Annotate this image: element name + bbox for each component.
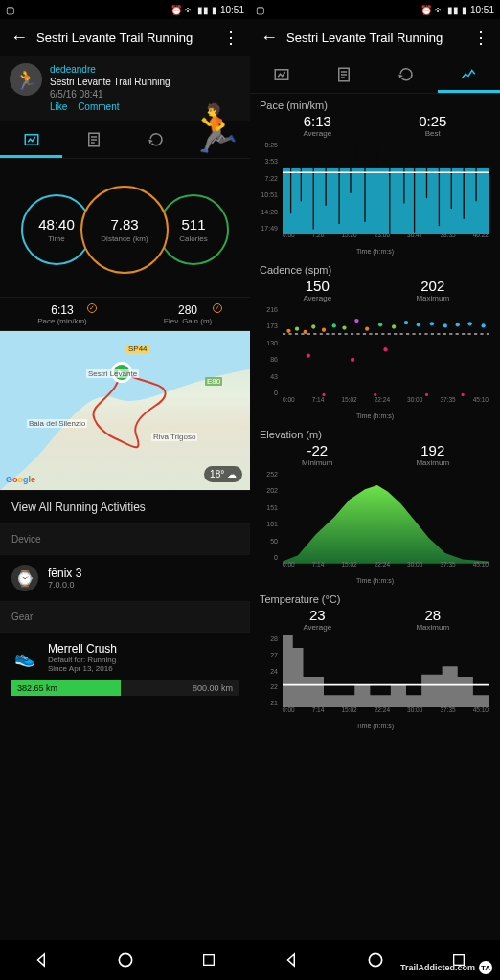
watch-icon: ⌚: [11, 565, 38, 591]
tab-splits[interactable]: [312, 56, 375, 93]
chart-cadence: Cadence (spm) 150Average 202Maximum 2161…: [250, 258, 500, 423]
gear-row[interactable]: 👟 Merrell Crush Default for: Running Sin…: [0, 632, 250, 705]
device-version: 7.0.0.0: [48, 580, 81, 590]
svg-rect-3: [203, 955, 214, 966]
view-all-activities[interactable]: View All Running Activities: [0, 490, 250, 523]
ring-time-value: 48:40: [38, 216, 75, 233]
gear-section-label: Gear: [0, 601, 250, 632]
post-activity-title: Sestri Levante Trail Running: [50, 76, 170, 88]
weather-badge: 18° ☁: [204, 466, 242, 482]
post-date: 6/5/16 08:41: [50, 88, 170, 100]
tab-charts[interactable]: [188, 121, 250, 158]
pace-chart-canvas[interactable]: 0:253:537:2210:5114:2017:49 0:007:2615:2…: [260, 142, 490, 245]
stats-row: 6:13 Pace (min/km) ✓ 280 Elev. Gain (m) …: [0, 297, 250, 331]
svg-point-40: [443, 323, 447, 327]
google-logo: Google: [6, 475, 35, 484]
map-label: Baia del Silenzio: [27, 419, 87, 428]
map-road-label: SP44: [126, 345, 149, 353]
cadence-xticks: 0:007:1415:0222:2430:0037:3545:10: [283, 396, 489, 410]
elevation-yticks: 252202151101500: [260, 471, 281, 561]
back-button[interactable]: ←: [8, 28, 31, 48]
temperature-chart-canvas[interactable]: 2827242221 0:007:1415:0222:2430:0037:354…: [260, 635, 490, 720]
battery-icon: ▮: [462, 5, 467, 15]
svg-point-34: [365, 327, 369, 331]
svg-point-36: [392, 324, 396, 328]
tab-laps[interactable]: [375, 56, 438, 93]
elevation-xticks: 0:007:1415:0222:2430:0037:3545:10: [283, 561, 489, 574]
page-title: Sestri Levante Trail Running: [31, 31, 219, 45]
tab-splits[interactable]: [62, 121, 125, 158]
nav-home[interactable]: [365, 949, 386, 970]
nav-back[interactable]: [282, 949, 303, 970]
cadence-plot: [283, 306, 489, 399]
ring-distance[interactable]: 7.83 Distance (km): [80, 186, 169, 274]
charts-scroll[interactable]: Pace (min/km) 6:13Average 0:25Best 0:253…: [250, 94, 500, 940]
pace-plot: [283, 142, 489, 234]
back-button[interactable]: ←: [258, 28, 281, 48]
cadence-chart-canvas[interactable]: 21617313086430 0:007:1415:0222:2430:0: [260, 306, 490, 410]
tab-overview[interactable]: [0, 121, 62, 158]
chart-elevation: Elevation (m) -22Minimum 192Maximum 2522…: [250, 423, 500, 588]
elevation-chart-canvas[interactable]: 252202151101500 0:007:1415:0222:2430:003…: [260, 471, 490, 574]
like-link[interactable]: Like: [50, 101, 67, 112]
elevation-plot: [283, 471, 489, 564]
gear-current-km: 382.65 km: [17, 680, 57, 696]
temperature-yticks: 2827242221: [260, 635, 281, 706]
stat-pace[interactable]: 6:13 Pace (min/km) ✓: [0, 298, 125, 330]
stat-elev[interactable]: 280 Elev. Gain (m) ✓: [125, 298, 250, 330]
ring-calories-label: Calories: [179, 234, 207, 243]
tab-charts[interactable]: [438, 56, 500, 93]
shoe-icon: 👟: [11, 644, 38, 671]
temperature-xticks: 0:007:1415:0222:2430:0037:3545:10: [283, 706, 489, 720]
svg-point-31: [332, 323, 336, 327]
svg-point-39: [430, 322, 434, 325]
screenshot-icon: ▢: [256, 5, 264, 15]
ring-calories-value: 511: [181, 216, 205, 233]
overflow-menu[interactable]: ⋮: [219, 27, 242, 48]
badge-icon: ✓: [87, 303, 97, 313]
title-bar: ← Sestri Levante Trail Running ⋮: [250, 19, 500, 56]
svg-point-38: [417, 323, 420, 326]
watermark: TrailAddicted.comTA: [400, 961, 492, 974]
temperature-plot: [283, 635, 489, 707]
nav-home[interactable]: [115, 949, 136, 970]
svg-point-2: [119, 953, 131, 966]
post-author[interactable]: dedeandre: [50, 63, 170, 76]
svg-point-41: [456, 323, 460, 326]
svg-point-45: [351, 358, 354, 362]
svg-point-29: [311, 324, 315, 328]
alarm-icon: ⏰: [420, 5, 432, 15]
page-title: Sestri Levante Trail Running: [281, 31, 469, 45]
device-row[interactable]: ⌚ fēnix 3 7.0.0.0: [0, 554, 250, 601]
overflow-menu[interactable]: ⋮: [469, 27, 492, 48]
alarm-icon: ⏰: [170, 5, 182, 15]
svg-point-33: [354, 319, 358, 323]
chart-temperature: Temperature (°C) 23Average 28Maximum 282…: [250, 588, 500, 733]
svg-point-46: [383, 347, 387, 351]
status-bar: ▢ ⏰ ᯤ ▮▮ ▮ 10:51: [250, 0, 500, 19]
pace-yticks: 0:253:537:2210:5114:2017:49: [260, 142, 281, 232]
wifi-icon: ᯤ: [435, 5, 444, 15]
device-name: fēnix 3: [48, 567, 81, 580]
nav-recent[interactable]: [198, 949, 219, 970]
tab-laps[interactable]: [125, 121, 188, 158]
svg-point-37: [404, 321, 408, 324]
svg-point-42: [468, 322, 472, 325]
status-time: 10:51: [470, 5, 494, 15]
svg-point-30: [322, 328, 326, 332]
screenshot-icon: ▢: [6, 5, 14, 15]
map-road-label: E80: [205, 377, 222, 386]
route-map[interactable]: ▶ Sestri Levante Baia del Silenzio Riva …: [0, 331, 250, 490]
ring-calories[interactable]: 511 Calories: [158, 194, 229, 265]
svg-point-52: [369, 953, 381, 966]
comment-link[interactable]: Comment: [78, 101, 119, 112]
cadence-yticks: 21617313086430: [260, 306, 281, 396]
title-bar: ← Sestri Levante Trail Running ⋮: [0, 19, 250, 56]
svg-point-44: [307, 353, 310, 357]
map-label: Sestri Levante: [86, 369, 139, 378]
svg-point-35: [378, 323, 382, 326]
tab-overview[interactable]: [250, 56, 312, 93]
avatar[interactable]: 🏃: [10, 63, 42, 96]
nav-back[interactable]: [32, 949, 53, 970]
wifi-icon: ᯤ: [185, 5, 194, 15]
